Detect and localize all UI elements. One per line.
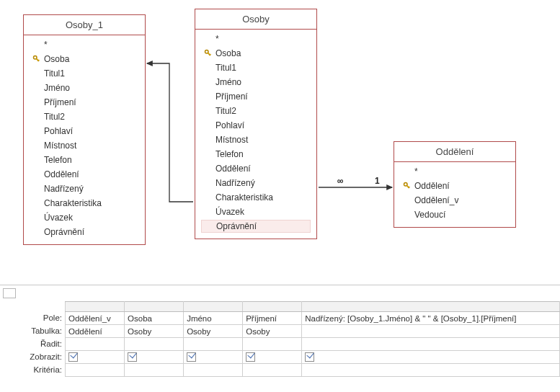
radit-cell[interactable] <box>302 338 560 351</box>
design-grid-table[interactable]: Oddělení_vOsobaJménoPříjmeníNadřízený: [… <box>65 301 560 377</box>
entity-field[interactable]: Charakteristika <box>201 191 311 204</box>
entity-field[interactable]: Úvazek <box>201 205 311 218</box>
tabulka-cell[interactable]: Osoby <box>125 325 184 338</box>
entity-field[interactable]: * <box>400 165 510 178</box>
entity-field[interactable]: Příjmení <box>30 96 139 109</box>
column-selector[interactable] <box>66 302 125 312</box>
entity-field[interactable]: * <box>30 38 139 51</box>
radit-cell[interactable] <box>66 338 125 351</box>
kriteria-cell[interactable] <box>66 364 125 377</box>
entity-field[interactable]: Osoba <box>30 53 139 66</box>
entity-fields: *OsobaTitul1JménoPříjmeníTitul2PohlavíMí… <box>24 35 145 244</box>
entity-field[interactable]: Pohlaví <box>30 125 139 138</box>
label-radit: Řadit: <box>0 337 62 350</box>
entity-title: Osoby <box>195 9 316 30</box>
entity-field[interactable]: Titul2 <box>201 104 311 117</box>
column-selector[interactable] <box>125 302 184 312</box>
entity-field[interactable]: Titul1 <box>201 61 311 74</box>
entity-field[interactable]: Nadřízený <box>30 182 139 195</box>
zobrazit-cell[interactable] <box>66 351 125 364</box>
primary-key-icon <box>31 55 43 63</box>
field-label: Oddělení_v <box>413 195 458 205</box>
entity-field[interactable]: Charakteristika <box>30 197 139 210</box>
radit-cell[interactable] <box>184 338 243 351</box>
field-label: Nadřízený <box>43 184 84 194</box>
column-selector[interactable] <box>243 302 302 312</box>
pole-cell[interactable]: Oddělení_v <box>66 312 125 325</box>
entity-osoby[interactable]: Osoby *OsobaTitul1JménoPříjmeníTitul2Poh… <box>195 9 317 239</box>
entity-field[interactable]: Titul1 <box>30 67 139 80</box>
column-selector[interactable] <box>184 302 243 312</box>
field-label: Osoba <box>214 48 241 58</box>
field-label: Oprávnění <box>43 227 84 237</box>
field-label: Telefon <box>214 149 244 159</box>
kriteria-cell[interactable] <box>125 364 184 377</box>
column-selector[interactable] <box>302 302 560 312</box>
show-checkbox[interactable] <box>128 352 137 362</box>
show-checkbox[interactable] <box>305 352 314 362</box>
pole-cell[interactable]: Nadřízený: [Osoby_1.Jméno] & " " & [Osob… <box>302 312 560 325</box>
tabulka-cell[interactable]: Osoby <box>184 325 243 338</box>
field-label: Pohlaví <box>43 126 73 136</box>
entity-field[interactable]: Osoba <box>201 47 311 60</box>
field-label: * <box>413 166 418 177</box>
entity-field[interactable]: Úvazek <box>30 211 139 224</box>
show-checkbox[interactable] <box>68 352 78 362</box>
zobrazit-cell[interactable] <box>125 351 184 364</box>
relation-one: 1 <box>375 176 380 186</box>
kriteria-cell[interactable] <box>243 364 302 377</box>
entity-field[interactable]: Příjmení <box>201 90 311 103</box>
show-checkbox[interactable] <box>187 352 196 362</box>
query-design-grid[interactable]: Pole: Tabulka: Řadit: Zobrazit: Kritéria… <box>0 301 560 377</box>
entity-field[interactable]: Pohlaví <box>201 119 311 132</box>
entity-field[interactable]: Telefon <box>30 153 139 166</box>
kriteria-cell[interactable] <box>184 364 243 377</box>
zobrazit-cell[interactable] <box>302 351 560 364</box>
zobrazit-cell[interactable] <box>243 351 302 364</box>
entity-field[interactable]: Místnost <box>201 133 311 146</box>
pole-cell[interactable]: Jméno <box>184 312 243 325</box>
radit-cell[interactable] <box>125 338 184 351</box>
entity-field[interactable]: Oddělení <box>400 179 510 192</box>
label-zobrazit: Zobrazit: <box>0 350 62 363</box>
tabulka-cell[interactable]: Osoby <box>243 325 302 338</box>
field-label: Oddělení <box>413 181 450 191</box>
entity-field[interactable]: Nadřízený <box>201 177 311 190</box>
entity-field[interactable]: Oddělení <box>201 162 311 175</box>
entity-field[interactable]: Oprávnění <box>201 220 311 233</box>
entity-field[interactable]: Jméno <box>201 76 311 89</box>
entity-fields: *OdděleníOddělení_vVedoucí <box>394 162 515 227</box>
field-label: Jméno <box>43 83 70 93</box>
pane-divider[interactable] <box>0 285 560 290</box>
kriteria-cell[interactable] <box>302 364 560 377</box>
tabulka-cell[interactable]: Oddělení <box>66 325 125 338</box>
field-label: Nadřízený <box>214 178 255 188</box>
entity-field[interactable]: Vedoucí <box>400 208 510 221</box>
field-label: Titul1 <box>214 63 236 73</box>
label-pole: Pole: <box>0 311 62 324</box>
entity-oddeleni[interactable]: Oddělení *OdděleníOddělení_vVedoucí <box>394 141 516 228</box>
entity-osoby1[interactable]: Osoby_1 *OsobaTitul1JménoPříjmeníTitul2P… <box>23 14 146 245</box>
pole-cell[interactable]: Příjmení <box>243 312 302 325</box>
field-label: Titul2 <box>43 112 65 122</box>
entity-field[interactable]: Oddělení_v <box>400 194 510 207</box>
entity-field[interactable]: Jméno <box>30 81 139 94</box>
entity-field[interactable]: Místnost <box>30 139 139 152</box>
radit-cell[interactable] <box>243 338 302 351</box>
entity-field[interactable]: * <box>201 32 311 45</box>
zobrazit-cell[interactable] <box>184 351 243 364</box>
entity-field[interactable]: Titul2 <box>30 110 139 123</box>
entity-field[interactable]: Oprávnění <box>30 226 139 239</box>
entity-fields: *OsobaTitul1JménoPříjmeníTitul2PohlavíMí… <box>195 30 316 239</box>
field-label: Charakteristika <box>214 192 273 202</box>
selector-box[interactable] <box>3 288 16 298</box>
show-checkbox[interactable] <box>246 352 255 362</box>
entity-title: Oddělení <box>394 142 515 162</box>
field-label: Jméno <box>214 77 241 87</box>
relationship-diagram[interactable]: Osoby_1 *OsobaTitul1JménoPříjmeníTitul2P… <box>0 0 560 285</box>
entity-field[interactable]: Oddělení <box>30 168 139 181</box>
pole-cell[interactable]: Osoba <box>125 312 184 325</box>
tabulka-cell[interactable] <box>302 325 560 338</box>
entity-field[interactable]: Telefon <box>201 148 311 161</box>
field-label: Telefon <box>43 155 72 165</box>
